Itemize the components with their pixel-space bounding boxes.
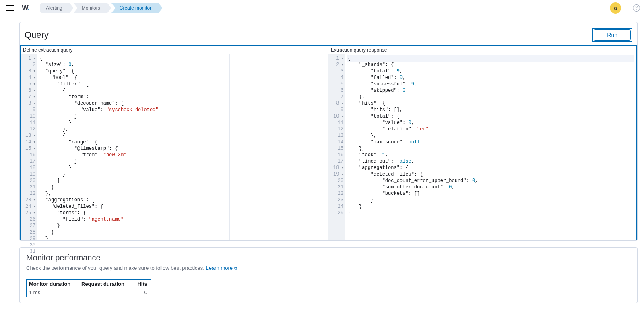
extraction-query-label: Define extraction query <box>21 46 328 54</box>
learn-more-link[interactable]: Learn more⧉ <box>206 265 237 271</box>
breadcrumb-alerting[interactable]: Alerting <box>40 3 70 13</box>
perf-header-duration: Monitor duration <box>27 280 79 288</box>
app-logo[interactable]: W. <box>22 4 29 12</box>
perf-value-hits: 0 <box>131 288 151 297</box>
topbar: W. Alerting Monitors Create monitor a ? <box>0 0 644 16</box>
breadcrumb: Alerting Monitors Create monitor <box>40 3 163 13</box>
editors-row: Define extraction query 1 ▾23 ▾4 ▾5 ▾6 ▾… <box>20 45 637 240</box>
monitor-performance-table: Monitor duration Request duration Hits 1… <box>26 279 151 297</box>
query-panel: Query Run Define extraction query 1 ▾23 … <box>19 22 638 241</box>
run-button[interactable]: Run <box>594 29 631 41</box>
perf-value-request: - <box>79 288 131 297</box>
monitor-performance-panel: Monitor performance Check the performanc… <box>19 247 638 303</box>
query-panel-title: Query <box>25 30 49 40</box>
divider <box>604 0 604 16</box>
extraction-query-editor-col: Define extraction query 1 ▾23 ▾4 ▾5 ▾6 ▾… <box>21 46 328 240</box>
breadcrumb-create-monitor[interactable]: Create monitor <box>111 3 159 13</box>
external-link-icon: ⧉ <box>234 266 237 271</box>
monitor-performance-subtitle: Check the performance of your query and … <box>26 265 631 271</box>
monitor-performance-title: Monitor performance <box>26 253 631 262</box>
help-icon[interactable]: ? <box>633 4 640 12</box>
avatar[interactable]: a <box>610 2 621 14</box>
perf-value-duration: 1 ms <box>27 288 79 297</box>
menu-toggle-icon[interactable] <box>4 2 16 14</box>
extraction-query-editor[interactable]: 1 ▾23 ▾4 ▾5 ▾6 ▾7 ▾8 ▾910111213 ▾14 ▾15 … <box>21 54 328 240</box>
perf-header-request: Request duration <box>79 280 131 288</box>
extraction-response-editor[interactable]: 1 ▾2 ▾345678 ▾910 ▾1112131415161718 ▾19 … <box>328 54 636 240</box>
extraction-response-editor-col: Extraction query response 1 ▾2 ▾345678 ▾… <box>328 46 636 240</box>
divider <box>627 0 627 16</box>
breadcrumb-monitors[interactable]: Monitors <box>74 3 107 13</box>
run-button-focus-ring: Run <box>592 28 632 42</box>
main-content: Query Run Define extraction query 1 ▾23 … <box>0 22 644 310</box>
perf-header-hits: Hits <box>131 280 151 288</box>
extraction-response-label: Extraction query response <box>328 46 636 54</box>
divider <box>36 0 36 16</box>
